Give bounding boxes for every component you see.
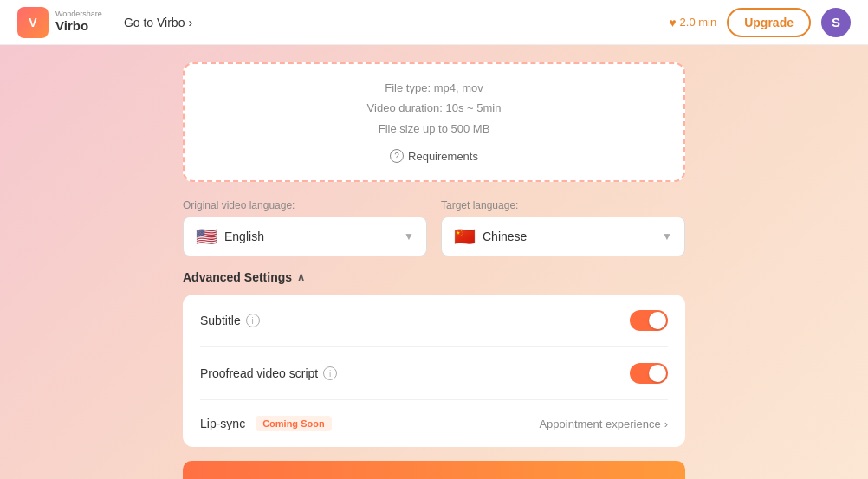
time-badge: ♥ 2.0 min	[669, 16, 716, 29]
upgrade-button[interactable]: Upgrade	[727, 8, 811, 37]
original-language-value: English	[224, 230, 264, 243]
lipsync-row: Lip-sync Coming Soon Appointment experie…	[200, 400, 668, 447]
proofread-row: Proofread video script i	[200, 347, 668, 400]
heart-icon: ♥	[669, 16, 676, 29]
subtitle-info-icon[interactable]: i	[246, 314, 260, 327]
chevron-up-icon: ∧	[297, 271, 305, 283]
chevron-down-icon: ▼	[662, 230, 672, 243]
original-language-label: Original video language:	[183, 199, 427, 211]
goto-virbo-link[interactable]: Go to Virbo ›	[124, 16, 192, 29]
proofread-toggle[interactable]	[630, 363, 668, 384]
appointment-link[interactable]: Appointment experience ›	[539, 418, 668, 430]
coming-soon-badge: Coming Soon	[256, 416, 332, 431]
file-info: File type: mp4, mov Video duration: 10s …	[202, 78, 666, 139]
toggle-knob	[649, 312, 666, 329]
header: V Wondershare Virbo Go to Virbo › ♥ 2.0 …	[0, 0, 868, 45]
logo-bottom: Virbo	[55, 19, 102, 34]
upload-card: File type: mp4, mov Video duration: 10s …	[183, 62, 685, 182]
content-area: File type: mp4, mov Video duration: 10s …	[183, 62, 685, 479]
info-circle-icon: ?	[390, 149, 404, 163]
advanced-settings-toggle[interactable]: Advanced Settings ∧	[183, 270, 685, 284]
chevron-right-icon: ›	[664, 418, 668, 430]
subtitle-row: Subtitle i	[200, 295, 668, 347]
subtitle-label: Subtitle	[200, 314, 241, 327]
header-left: V Wondershare Virbo Go to Virbo ›	[17, 7, 192, 38]
toggle-knob	[649, 365, 666, 382]
header-divider	[113, 12, 113, 33]
proofread-label: Proofread video script	[200, 366, 318, 380]
avatar[interactable]: S	[821, 8, 851, 37]
logo-icon: V	[17, 7, 49, 38]
target-language-group: Target language: 🇨🇳 Chinese ▼	[441, 199, 685, 256]
english-flag-icon: 🇺🇸	[196, 226, 217, 247]
requirements-link[interactable]: ? Requirements	[390, 149, 478, 163]
lipsync-label: Lip-sync	[200, 417, 245, 430]
header-right: ♥ 2.0 min Upgrade S	[669, 8, 851, 37]
chevron-right-icon: ›	[188, 16, 192, 29]
target-language-label: Target language:	[441, 199, 685, 211]
settings-panel: Subtitle i Proofread video script i	[183, 295, 685, 447]
translate-icon: ⟷	[353, 475, 378, 479]
advanced-settings-section: Advanced Settings ∧ Subtitle i	[183, 270, 685, 447]
logo-text: Wondershare Virbo	[55, 10, 102, 33]
original-language-group: Original video language: 🇺🇸 English ▼	[183, 199, 427, 256]
subtitle-toggle[interactable]	[630, 310, 668, 331]
proofread-info-icon[interactable]: i	[323, 366, 337, 380]
chinese-flag-icon: 🇨🇳	[454, 226, 476, 247]
chevron-down-icon: ▼	[404, 230, 414, 243]
language-row: Original video language: 🇺🇸 English ▼ Ta…	[183, 199, 685, 256]
main-content: File type: mp4, mov Video duration: 10s …	[0, 45, 868, 479]
target-language-value: Chinese	[483, 230, 527, 243]
logo: V Wondershare Virbo	[17, 7, 102, 38]
original-language-select[interactable]: 🇺🇸 English ▼	[183, 217, 427, 256]
target-language-select[interactable]: 🇨🇳 Chinese ▼	[441, 217, 685, 256]
translate-button[interactable]: ⟷ Translate this video	[183, 461, 685, 479]
